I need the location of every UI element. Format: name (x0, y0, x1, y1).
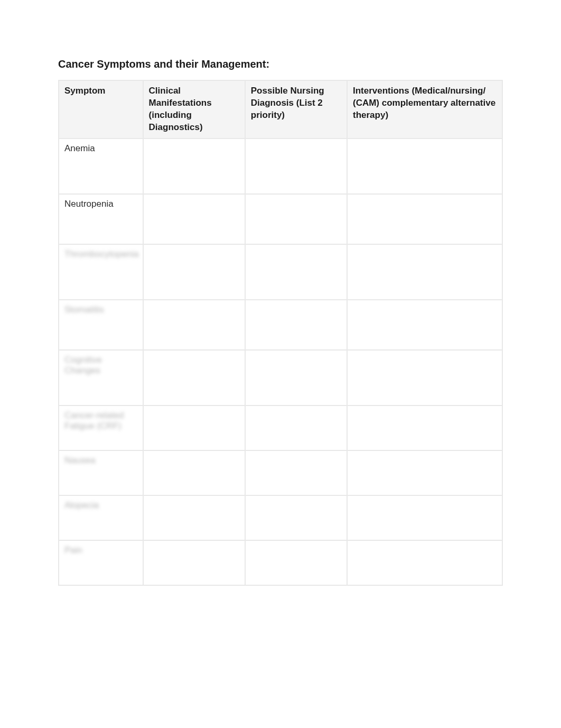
table-header-row: Symptom Clinical Manifestations (includi… (59, 80, 502, 139)
empty-cell (143, 406, 245, 450)
empty-cell (143, 540, 245, 585)
symptom-cell: Thrombocytopenia (59, 244, 143, 300)
empty-cell (245, 350, 347, 406)
table-row: Alopecia (59, 495, 502, 540)
empty-cell (143, 300, 245, 350)
empty-cell (245, 540, 347, 585)
table-row: Thrombocytopenia (59, 244, 502, 300)
empty-cell (245, 300, 347, 350)
empty-cell (245, 406, 347, 450)
empty-cell (347, 194, 502, 244)
table-row: Cancer-related Fatigue (CRF) (59, 406, 502, 450)
symptom-cell: Cognitive Changes (59, 350, 143, 406)
empty-cell (347, 350, 502, 406)
table-row: Cognitive Changes (59, 350, 502, 406)
table-row: Neutropenia (59, 194, 502, 244)
header-symptom: Symptom (59, 80, 143, 139)
symptom-cell: Anemia (59, 139, 143, 194)
symptom-cell: Stomatitis (59, 300, 143, 350)
table-row: Nausea (59, 450, 502, 495)
symptom-cell: Cancer-related Fatigue (CRF) (59, 406, 143, 450)
empty-cell (245, 244, 347, 300)
symptom-cell: Alopecia (59, 495, 143, 540)
empty-cell (143, 450, 245, 495)
table-row: Anemia (59, 139, 502, 194)
header-clinical: Clinical Manifestations (including Diagn… (143, 80, 245, 139)
empty-cell (347, 495, 502, 540)
empty-cell (245, 450, 347, 495)
empty-cell (143, 139, 245, 194)
empty-cell (347, 139, 502, 194)
empty-cell (347, 406, 502, 450)
page-title: Cancer Symptoms and their Management: (58, 58, 503, 70)
table-body: AnemiaNeutropeniaThrombocytopeniaStomati… (59, 139, 502, 585)
table-row: Pain (59, 540, 502, 585)
symptom-cell: Neutropenia (59, 194, 143, 244)
table-row: Stomatitis (59, 300, 502, 350)
empty-cell (347, 540, 502, 585)
empty-cell (347, 244, 502, 300)
empty-cell (245, 194, 347, 244)
empty-cell (245, 139, 347, 194)
empty-cell (245, 495, 347, 540)
empty-cell (143, 194, 245, 244)
header-nursing: Possible Nursing Diagnosis (List 2 prior… (245, 80, 347, 139)
symptom-cell: Pain (59, 540, 143, 585)
empty-cell (347, 450, 502, 495)
symptom-table: Symptom Clinical Manifestations (includi… (58, 80, 503, 586)
header-interventions: Interventions (Medical/nursing/ (CAM) co… (347, 80, 502, 139)
empty-cell (143, 244, 245, 300)
symptom-cell: Nausea (59, 450, 143, 495)
empty-cell (143, 350, 245, 406)
empty-cell (347, 300, 502, 350)
empty-cell (143, 495, 245, 540)
